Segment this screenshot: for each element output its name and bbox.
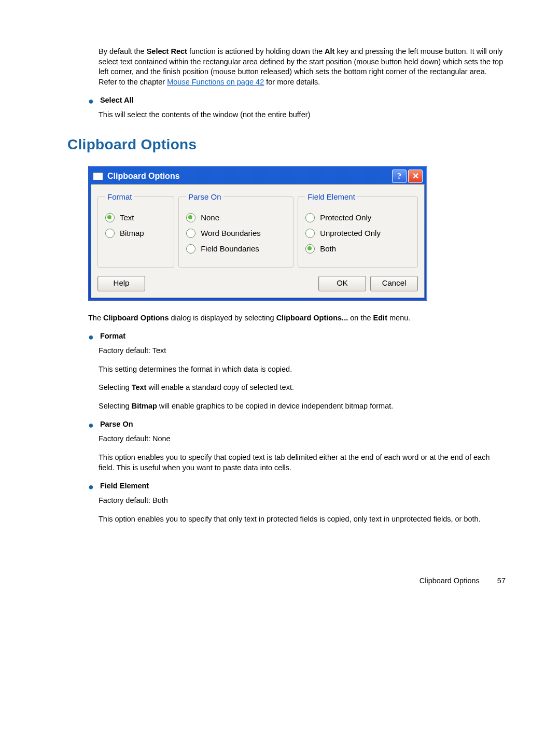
bullet-select-all: ● Select All (88, 95, 506, 106)
radio-word-boundaries[interactable]: Word Boundaries (186, 228, 286, 238)
bullet-label: Format (100, 331, 125, 342)
footer-page: 57 (497, 576, 506, 586)
bullet-icon: ● (88, 96, 94, 106)
radio-icon (305, 213, 315, 222)
field-p2: This option enables you to specify that … (99, 514, 506, 525)
radio-bitmap[interactable]: Bitmap (105, 228, 166, 238)
radio-both[interactable]: Both (305, 244, 410, 254)
group-parse-on: Parse On None Word Boundaries Field Boun… (178, 192, 293, 268)
bullet-icon: ● (88, 332, 94, 342)
bullet-field-element: ● Field Element (88, 481, 506, 491)
format-p2: This setting determines the format in wh… (99, 364, 506, 375)
titlebar-text: Clipboard Options (107, 171, 390, 182)
radio-icon (186, 229, 195, 238)
format-p4: Selecting Bitmap will enable graphics to… (99, 401, 506, 412)
bullet-label: Parse On (100, 419, 133, 430)
format-p3: Selecting Text will enable a standard co… (99, 383, 506, 393)
radio-icon (305, 229, 315, 238)
close-icon[interactable]: ✕ (408, 170, 423, 183)
bullet-label: Select All (100, 95, 134, 106)
help-button[interactable]: Help (97, 276, 145, 291)
group-field-element: Field Element Protected Only Unprotected… (298, 192, 418, 268)
mouse-functions-link[interactable]: Mouse Functions on page 42 (167, 78, 264, 86)
legend-field-element: Field Element (305, 192, 357, 202)
radio-text[interactable]: Text (105, 213, 166, 223)
cancel-button[interactable]: Cancel (370, 276, 418, 291)
parse-p2: This option enables you to specify that … (99, 453, 506, 473)
ok-button[interactable]: OK (318, 276, 366, 291)
dialog-intro: The Clipboard Options dialog is displaye… (88, 313, 506, 324)
radio-icon (305, 244, 315, 254)
app-icon (93, 172, 103, 180)
bullet-icon: ● (88, 420, 94, 430)
group-format: Format Text Bitmap (97, 192, 174, 268)
help-icon[interactable]: ? (392, 170, 407, 183)
radio-protected-only[interactable]: Protected Only (305, 213, 410, 223)
section-title: Clipboard Options (67, 135, 506, 154)
bullet-format: ● Format (88, 331, 506, 342)
page-footer: Clipboard Options 57 (67, 576, 506, 586)
legend-format: Format (105, 192, 134, 202)
dialog-screenshot: Clipboard Options ? ✕ Format Text Bitmap… (88, 166, 506, 301)
titlebar: Clipboard Options ? ✕ (91, 168, 425, 184)
bullet-parse-on: ● Parse On (88, 419, 506, 430)
radio-field-boundaries[interactable]: Field Boundaries (186, 244, 286, 254)
parse-p1: Factory default: None (99, 434, 506, 444)
radio-icon (186, 244, 195, 254)
format-p1: Factory default: Text (99, 346, 506, 356)
field-p1: Factory default: Both (99, 496, 506, 506)
radio-none[interactable]: None (186, 213, 286, 223)
radio-icon (105, 213, 115, 222)
intro-paragraph: By default the Select Rect function is a… (99, 47, 506, 87)
radio-unprotected-only[interactable]: Unprotected Only (305, 228, 410, 238)
bullet-icon: ● (88, 482, 94, 491)
button-row: Help OK Cancel (97, 276, 418, 291)
clipboard-options-dialog: Clipboard Options ? ✕ Format Text Bitmap… (88, 166, 427, 301)
footer-label: Clipboard Options (419, 576, 480, 586)
select-all-desc: This will select the contents of the win… (99, 110, 506, 120)
radio-icon (186, 213, 195, 222)
legend-parse-on: Parse On (186, 192, 223, 202)
dialog-body: Format Text Bitmap Parse On None Word Bo… (91, 184, 425, 298)
bullet-label: Field Element (100, 481, 149, 491)
radio-icon (105, 229, 115, 238)
